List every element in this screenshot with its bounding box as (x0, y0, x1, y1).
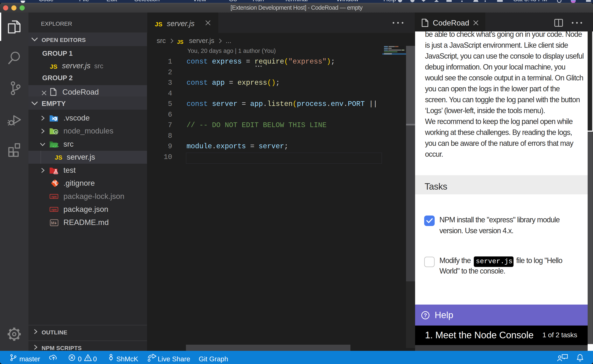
svg-text:?: ? (424, 312, 427, 318)
svg-text:</>: </> (53, 145, 59, 149)
svg-text:npm: npm (51, 195, 56, 198)
svg-text:npm: npm (51, 208, 56, 211)
svg-text:JS: JS (54, 131, 57, 133)
svg-text:M: M (51, 221, 54, 225)
